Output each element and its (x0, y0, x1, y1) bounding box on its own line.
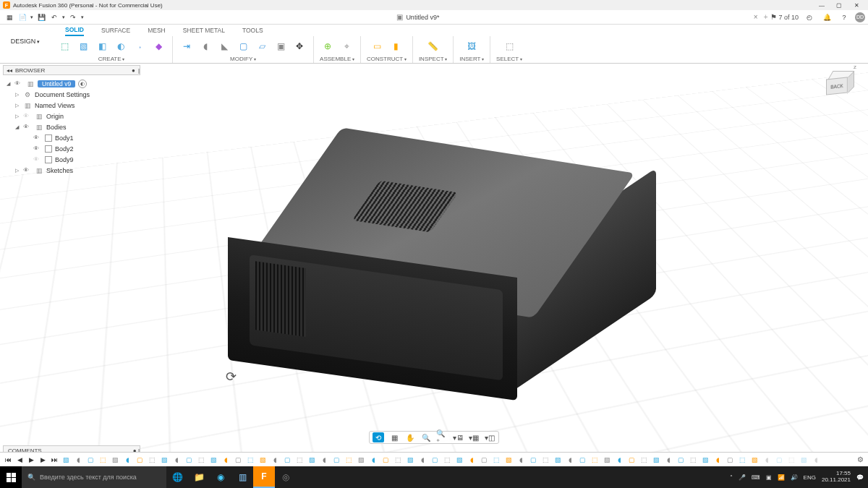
timeline-step[interactable]: ▢ (725, 455, 736, 465)
chamfer-icon[interactable]: ◣ (216, 38, 232, 54)
model-enclosure[interactable] (217, 150, 651, 440)
timeline-step[interactable]: ▧ (356, 455, 367, 465)
tree-doc-settings[interactable]: ▷⚙Document Settings (3, 89, 140, 100)
plane-icon[interactable]: ▭ (369, 38, 385, 54)
select-icon[interactable]: ⬚ (501, 38, 517, 54)
extrude-icon[interactable]: ◧ (94, 38, 110, 54)
timeline-step[interactable]: ⬚ (393, 455, 404, 465)
timeline-step[interactable]: ◖ (614, 455, 625, 465)
as-built-joint-icon[interactable]: ⌖ (339, 38, 354, 54)
timeline-step[interactable]: ▧ (700, 455, 711, 465)
tree-sketches[interactable]: ▷👁▥Sketches (3, 165, 140, 176)
tree-origin[interactable]: ▷👁▥Origin (3, 111, 140, 121)
tray-chevron-icon[interactable]: ˄ (730, 474, 733, 481)
tray-lang[interactable]: ENG (804, 474, 816, 481)
timeline-step[interactable]: ▢ (233, 455, 244, 465)
box-icon[interactable]: ▧ (75, 38, 91, 54)
timeline-step[interactable]: ◖ (221, 455, 231, 465)
tree-body1[interactable]: 👁Body1 (3, 132, 140, 143)
timeline-step[interactable]: ▧ (61, 455, 72, 465)
timeline-step[interactable]: ⬚ (688, 455, 699, 465)
timeline-step[interactable]: ◖ (762, 455, 773, 465)
timeline-step[interactable]: ▧ (651, 455, 662, 465)
zoom-icon[interactable]: 🔍 (420, 432, 432, 442)
redo-icon[interactable]: ↷ (67, 12, 80, 23)
start-button[interactable] (0, 466, 22, 488)
extensions-button[interactable]: ⚑7 of 10 (770, 13, 799, 21)
workspace-switcher[interactable]: DESIGN (0, 25, 51, 63)
timeline-step[interactable]: ◖ (319, 455, 330, 465)
timeline-step[interactable]: ◖ (417, 455, 428, 465)
browser-header[interactable]: ◂◂BROWSER ●| (3, 65, 140, 75)
timeline-step[interactable]: ▢ (430, 455, 441, 465)
timeline-fwd-icon[interactable]: ▶ (38, 455, 48, 465)
group-assemble-label[interactable]: ASSEMBLE (320, 56, 354, 63)
press-pull-icon[interactable]: ⇥ (179, 38, 195, 54)
close-button[interactable]: ✕ (848, 0, 865, 10)
taskbar-app3-icon[interactable]: ◉ (210, 466, 231, 488)
tray-clock[interactable]: 17:55 20.11.2021 (822, 471, 851, 484)
loft-icon[interactable]: ◆ (150, 38, 166, 54)
taskbar-explorer-icon[interactable]: 📁 (188, 466, 210, 488)
timeline-step[interactable]: ⬚ (737, 455, 748, 465)
timeline-step[interactable]: ▢ (626, 455, 637, 465)
notifications-icon[interactable]: 🔔 (820, 12, 833, 23)
timeline-step[interactable]: ▧ (503, 455, 514, 465)
tab-solid[interactable]: SOLID (65, 25, 84, 36)
timeline-step[interactable]: ▢ (85, 455, 96, 465)
timeline-step[interactable]: ⬚ (98, 455, 109, 465)
timeline-back-icon[interactable]: ◀ (14, 455, 25, 465)
tree-bodies[interactable]: ◢👁▥Bodies (3, 121, 140, 132)
shell-icon[interactable]: ▢ (235, 38, 251, 54)
timeline-step[interactable]: ⬚ (294, 455, 305, 465)
group-insert-label[interactable]: INSERT (459, 56, 484, 63)
timeline-step[interactable]: ◖ (171, 455, 182, 465)
job-status-icon[interactable]: ◴ (803, 12, 816, 23)
timeline-step[interactable]: ▧ (749, 455, 760, 465)
timeline-step[interactable]: ▧ (159, 455, 170, 465)
draft-icon[interactable]: ▱ (254, 38, 270, 54)
save-icon[interactable]: 💾 (35, 12, 48, 23)
viewport-layout-icon[interactable]: ▾◫ (484, 432, 495, 442)
tree-body2[interactable]: 👁Body2 (3, 143, 140, 154)
browser-settings-icon[interactable]: ● (132, 67, 135, 74)
timeline-step[interactable]: ◖ (565, 455, 576, 465)
tab-close-icon[interactable]: × (751, 13, 761, 21)
maximize-button[interactable]: ▢ (830, 0, 848, 10)
tree-root[interactable]: ◢👁▥ Untitled v9 ◐ (3, 78, 140, 89)
tab-tools[interactable]: TOOLS (242, 25, 263, 35)
look-at-icon[interactable]: ▦ (388, 432, 400, 442)
timeline-play-icon[interactable]: ▶ (26, 455, 36, 465)
timeline-step[interactable]: ◖ (663, 455, 674, 465)
timeline-step[interactable]: ◖ (73, 455, 84, 465)
insert-icon[interactable]: 🖼 (464, 38, 480, 54)
group-construct-label[interactable]: CONSTRUCT (367, 56, 407, 63)
tree-named-views[interactable]: ▷▥Named Views (3, 100, 140, 111)
timeline-step[interactable]: ▢ (380, 455, 391, 465)
timeline-step[interactable]: ▧ (553, 455, 563, 465)
tab-add-icon[interactable]: + (761, 13, 771, 21)
timeline-step[interactable]: ⬚ (590, 455, 600, 465)
timeline-step[interactable]: ◖ (811, 455, 822, 465)
taskbar-search[interactable]: 🔍 Введите здесь текст для поиска (22, 466, 166, 488)
undo-dropdown-icon[interactable]: ▾ (62, 14, 65, 20)
timeline-step[interactable]: ▧ (208, 455, 219, 465)
file-dropdown-icon[interactable]: ▾ (30, 14, 33, 20)
minimize-button[interactable]: — (813, 0, 830, 10)
new-sketch-icon[interactable]: ⬚ (56, 38, 72, 54)
fit-icon[interactable]: 🔍⁺ (436, 432, 448, 442)
file-icon[interactable]: 📄 (16, 12, 29, 23)
group-select-label[interactable]: SELECT (496, 56, 522, 63)
help-icon[interactable]: ? (838, 12, 851, 23)
timeline-step[interactable]: ⬚ (540, 455, 551, 465)
move-icon[interactable]: ✥ (292, 38, 307, 54)
timeline-step[interactable]: ▢ (282, 455, 293, 465)
tray-volume-icon[interactable]: 🔊 (791, 474, 798, 481)
viewcube-back-face[interactable]: BACK (826, 77, 848, 95)
apps-grid-icon[interactable]: ▦ (3, 12, 16, 23)
tray-notifications-icon[interactable]: 💬 (856, 474, 864, 481)
timeline-settings-icon[interactable]: ⚙ (857, 455, 864, 463)
timeline-step[interactable]: ⬚ (196, 455, 207, 465)
timeline-step[interactable]: ⬚ (245, 455, 256, 465)
timeline-start-icon[interactable]: ⏮ (3, 455, 13, 465)
